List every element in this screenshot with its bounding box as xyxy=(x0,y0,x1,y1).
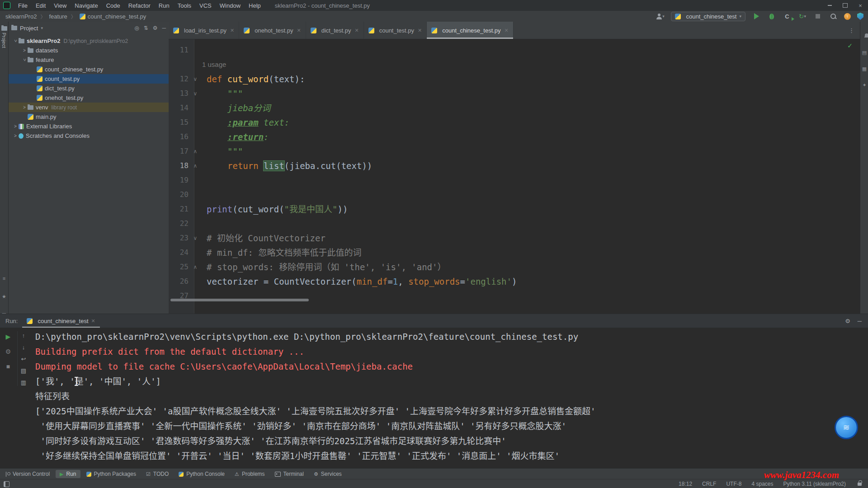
close-tab-icon[interactable]: ✕ xyxy=(354,28,359,33)
rerun-icon[interactable]: ▶ xyxy=(4,332,13,341)
code-line-17[interactable]: 17∧""" xyxy=(169,144,860,159)
ai-icon[interactable]: ✦ xyxy=(860,82,868,88)
tree-item-main-py[interactable]: main.py xyxy=(9,112,169,122)
hide-panel-icon[interactable]: ─ xyxy=(162,25,166,31)
tool-button-terminal[interactable]: Terminal xyxy=(271,470,308,478)
code-line-12[interactable]: 12∨def cut_word(text): xyxy=(169,72,860,86)
console-output[interactable]: D:\python_pro\sklearnPro2\venv\Scripts\p… xyxy=(35,329,858,464)
code-line-22[interactable]: 22 xyxy=(169,216,860,231)
menu-navigate[interactable]: Navigate xyxy=(71,2,102,9)
horizontal-scrollbar[interactable] xyxy=(170,299,309,301)
run-tab[interactable]: count_chinese_test ✕ xyxy=(22,314,99,328)
maximize-button[interactable] xyxy=(837,0,853,11)
menu-tools[interactable]: Tools xyxy=(174,2,195,9)
database-icon[interactable]: ▦ xyxy=(860,66,868,72)
clear-icon[interactable]: ▥ xyxy=(21,379,26,386)
tab-count-test-py[interactable]: count_test.py✕ xyxy=(364,22,427,39)
menu-window[interactable]: Window xyxy=(216,2,245,9)
code-line-14[interactable]: 14jieba分词 xyxy=(169,101,860,115)
minimize-button[interactable] xyxy=(822,0,837,11)
shield-icon[interactable] xyxy=(857,13,863,20)
status-item-4-spaces[interactable]: 4 spaces xyxy=(751,481,773,487)
tool-button-version-control[interactable]: Version Control xyxy=(2,470,54,478)
tab-count-chinese-test-py[interactable]: count_chinese_test.py✕ xyxy=(427,22,514,39)
menu-view[interactable]: View xyxy=(50,2,71,9)
favorites-icon[interactable]: ★ xyxy=(0,294,8,300)
tab-dict-test-py[interactable]: dict_test.py✕ xyxy=(306,22,364,39)
floating-badge[interactable]: ≋ xyxy=(835,416,858,439)
collapse-all-icon[interactable]: ⇅ xyxy=(144,25,148,31)
menu-run[interactable]: Run xyxy=(155,2,174,9)
run-config-select[interactable]: count_chinese_test ▾ xyxy=(671,12,745,21)
soft-wrap-icon[interactable]: ↩ xyxy=(21,356,26,362)
up-stack-icon[interactable]: ↑ xyxy=(22,332,25,339)
close-icon[interactable]: ✕ xyxy=(91,318,95,324)
tree-item-datasets[interactable]: >datasets xyxy=(9,46,169,55)
profiler-button[interactable]: ↻▾ xyxy=(798,12,807,21)
status-item-python-3-11-sklearnpro2[interactable]: Python 3.11 (sklearnPro2) xyxy=(783,481,846,487)
updates-icon[interactable]: ↑ xyxy=(844,13,851,20)
tool-button-run[interactable]: ▶Run xyxy=(56,470,80,478)
layout-icon[interactable] xyxy=(4,481,9,487)
down-stack-icon[interactable]: ↓ xyxy=(22,344,25,351)
lock-icon[interactable] xyxy=(858,483,862,486)
status-item-utf-8[interactable]: UTF-8 xyxy=(726,481,741,487)
tree-item-scratches-and-consoles[interactable]: >Scratches and Consoles xyxy=(9,131,169,141)
fold-down-icon[interactable]: ∨ xyxy=(189,72,202,86)
settings-icon[interactable]: ⚙ xyxy=(4,347,13,356)
code-area[interactable]: ✓ 111 usage12∨def cut_word(text):13∨"""1… xyxy=(169,39,860,314)
project-tool-window-button[interactable]: Project xyxy=(0,25,8,48)
stop-icon[interactable]: ■ xyxy=(4,362,13,371)
status-item-crlf[interactable]: CRLF xyxy=(702,481,716,487)
kebab-menu-icon[interactable]: ⋮ xyxy=(843,22,860,39)
fold-up-icon[interactable]: ∧ xyxy=(189,159,202,173)
tab-onehot-test-py[interactable]: onehot_test.py✕ xyxy=(239,22,306,39)
code-line-18[interactable]: 18∧return list(jieba.cut(text)) xyxy=(169,159,860,173)
tool-button-python-packages[interactable]: Python Packages xyxy=(82,470,140,478)
menu-file[interactable]: File xyxy=(14,2,32,9)
fold-down-icon[interactable]: ∨ xyxy=(189,231,202,245)
tree-item-external-libraries[interactable]: >External Libraries xyxy=(9,122,169,131)
code-line-16[interactable]: 16:return: xyxy=(169,130,860,144)
chevron-icon[interactable]: > xyxy=(12,124,19,129)
fold-up-icon[interactable]: ∧ xyxy=(189,144,202,159)
search-everywhere-icon[interactable] xyxy=(829,12,838,21)
menu-code[interactable]: Code xyxy=(102,2,124,9)
menu-vcs[interactable]: VCS xyxy=(195,2,216,9)
code-line-19[interactable]: 19 xyxy=(169,173,860,188)
stop-button[interactable] xyxy=(813,12,822,21)
fold-up-icon[interactable]: ∧ xyxy=(189,260,202,274)
tree-item-venv[interactable]: >venvlibrary root xyxy=(9,103,169,112)
menu-refactor[interactable]: Refactor xyxy=(124,2,155,9)
chevron-icon[interactable]: > xyxy=(22,57,27,63)
chevron-icon[interactable]: > xyxy=(21,48,28,53)
tool-button-todo[interactable]: ☑TODO xyxy=(142,470,173,478)
debug-button[interactable] xyxy=(767,12,776,21)
chevron-icon[interactable]: > xyxy=(13,38,18,44)
menu-edit[interactable]: Edit xyxy=(32,2,50,9)
tree-item-feature[interactable]: >feature xyxy=(9,55,169,65)
code-line-26[interactable]: 26vectorizer = CountVectorizer(min_df=1,… xyxy=(169,274,860,289)
locate-file-icon[interactable]: ◎ xyxy=(134,25,139,31)
code-line-24[interactable]: 24# min_df: 忽略文档频率低于此值的词 xyxy=(169,245,860,260)
coverage-button[interactable]: C xyxy=(783,12,792,21)
status-item-18-12[interactable]: 18:12 xyxy=(679,481,692,487)
tool-button-python-console[interactable]: Python Console xyxy=(175,470,229,478)
gear-icon[interactable]: ⚙ xyxy=(153,25,158,31)
usage-hint[interactable]: 1 usage xyxy=(202,57,226,72)
tree-item-sklearnpro2[interactable]: >sklearnPro2D:\python_pro\sklearnPro2 xyxy=(9,36,169,46)
hide-run-panel-icon[interactable]: ─ xyxy=(858,318,862,324)
code-line-11[interactable]: 11 xyxy=(169,43,860,57)
fold-down-icon[interactable]: ∨ xyxy=(189,86,202,101)
print-icon[interactable]: ▤ xyxy=(21,367,26,374)
chevron-icon[interactable]: > xyxy=(21,105,28,110)
code-line-21[interactable]: 21print(cut_word("我是中国人")) xyxy=(169,202,860,216)
close-tab-icon[interactable]: ✕ xyxy=(418,28,422,33)
code-line-23[interactable]: 23∨# 初始化 CountVectorizer xyxy=(169,231,860,245)
close-button[interactable]: × xyxy=(853,0,868,11)
breadcrumb-item-feature[interactable]: feature xyxy=(48,13,68,20)
tool-button-services[interactable]: ⚙Services xyxy=(310,470,346,478)
breadcrumb-item-sklearnpro2[interactable]: sklearnPro2 xyxy=(5,13,38,20)
code-line-20[interactable]: 20 xyxy=(169,188,860,202)
run-button[interactable] xyxy=(752,12,761,21)
